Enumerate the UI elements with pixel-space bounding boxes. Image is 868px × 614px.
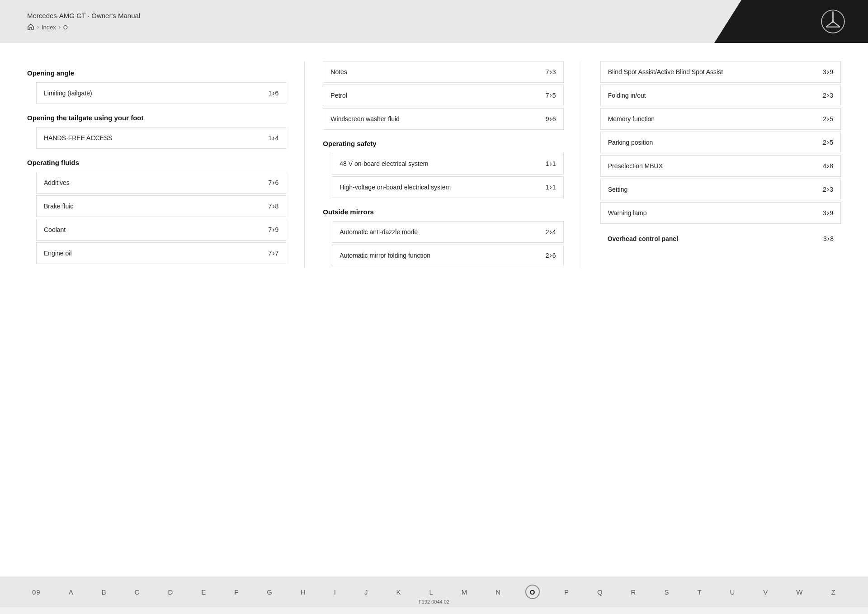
list-item[interactable]: Limiting (tailgate) 16 <box>36 82 286 104</box>
alpha-f[interactable]: F <box>231 586 242 598</box>
list-item[interactable]: 48 V on-board electrical system 11 <box>332 153 563 175</box>
alpha-i[interactable]: I <box>330 586 340 598</box>
breadcrumb-sep1: › <box>37 24 39 30</box>
alphabet-nav: 09 A B C D E F G H I J K L M N O P Q R S… <box>0 585 868 599</box>
list-item[interactable]: Engine oil 77 <box>36 242 286 264</box>
list-item[interactable]: Petrol 75 <box>323 85 563 106</box>
list-item[interactable]: High-voltage on-board electrical system … <box>332 176 563 198</box>
alpha-t[interactable]: T <box>693 586 705 598</box>
breadcrumb-current: O <box>63 24 68 31</box>
list-item[interactable]: Additives 76 <box>36 172 286 194</box>
columns-layout: Opening angle Limiting (tailgate) 16 Ope… <box>27 61 841 268</box>
footer-code: F192 0044 02 <box>419 599 449 605</box>
header-logo-area <box>714 0 868 43</box>
list-item[interactable]: Warning lamp 39 <box>600 202 841 224</box>
alpha-q[interactable]: Q <box>594 586 607 598</box>
column-1: Opening angle Limiting (tailgate) 16 Ope… <box>27 61 286 268</box>
alpha-j[interactable]: J <box>361 586 372 598</box>
list-item[interactable]: Brake fluid 78 <box>36 195 286 217</box>
mercedes-logo <box>821 9 845 34</box>
list-item[interactable]: Folding in/out 23 <box>600 85 841 106</box>
svg-point-1 <box>832 20 835 23</box>
alpha-v[interactable]: V <box>760 586 772 598</box>
alpha-r[interactable]: R <box>627 586 640 598</box>
section-operating-safety: Operating safety <box>323 132 563 153</box>
main-content: Opening angle Limiting (tailgate) 16 Ope… <box>0 43 868 576</box>
column-2: Notes 73 Petrol 75 Windscreen washer flu… <box>304 61 563 268</box>
page-title: Mercedes-AMG GT · Owner's Manual <box>27 12 140 19</box>
alpha-k[interactable]: K <box>392 586 405 598</box>
section-opening-tailgate: Opening the tailgate using your foot <box>27 106 286 127</box>
breadcrumb-sep2: › <box>59 24 61 30</box>
list-item[interactable]: Coolant 79 <box>36 219 286 241</box>
alpha-e[interactable]: E <box>198 586 210 598</box>
alpha-d[interactable]: D <box>164 586 177 598</box>
alpha-l[interactable]: L <box>425 586 437 598</box>
list-item[interactable]: Automatic anti-dazzle mode 24 <box>332 221 563 243</box>
section-opening-angle: Opening angle <box>27 61 286 82</box>
section-outside-mirrors: Outside mirrors <box>323 200 563 221</box>
alpha-c[interactable]: C <box>131 586 144 598</box>
list-item[interactable]: Blind Spot Assist/Active Blind Spot Assi… <box>600 61 841 83</box>
footer: 09 A B C D E F G H I J K L M N O P Q R S… <box>0 576 868 607</box>
breadcrumb: › Index › O <box>27 23 140 32</box>
list-item[interactable]: Setting 23 <box>600 179 841 200</box>
alpha-09[interactable]: 09 <box>28 586 44 598</box>
list-item[interactable]: Notes 73 <box>323 61 563 83</box>
alpha-a[interactable]: A <box>65 586 77 598</box>
alpha-o[interactable]: O <box>525 585 540 599</box>
header: Mercedes-AMG GT · Owner's Manual › Index… <box>0 0 868 43</box>
alpha-u[interactable]: U <box>726 586 739 598</box>
column-3: Blind Spot Assist/Active Blind Spot Assi… <box>582 61 841 268</box>
breadcrumb-index[interactable]: Index <box>42 24 56 31</box>
alpha-p[interactable]: P <box>561 586 573 598</box>
breadcrumb-home[interactable] <box>27 23 34 32</box>
alpha-w[interactable]: W <box>793 586 807 598</box>
alpha-m[interactable]: M <box>458 586 472 598</box>
list-item[interactable]: HANDS-FREE ACCESS 14 <box>36 127 286 149</box>
list-item[interactable]: Automatic mirror folding function 26 <box>332 245 563 266</box>
list-item[interactable]: Windscreen washer fluid 96 <box>323 108 563 130</box>
list-item[interactable]: Overhead control panel 38 <box>600 228 841 249</box>
alpha-b[interactable]: B <box>98 586 110 598</box>
list-item[interactable]: Parking position 25 <box>600 132 841 153</box>
alpha-g[interactable]: G <box>263 586 276 598</box>
alpha-n[interactable]: N <box>492 586 505 598</box>
list-item[interactable]: Preselection MBUX 48 <box>600 155 841 177</box>
alpha-h[interactable]: H <box>297 586 310 598</box>
header-left: Mercedes-AMG GT · Owner's Manual › Index… <box>27 12 140 32</box>
list-item[interactable]: Memory function 25 <box>600 108 841 130</box>
section-operating-fluids: Operating fluids <box>27 151 286 172</box>
alpha-s[interactable]: S <box>660 586 673 598</box>
alpha-z[interactable]: Z <box>827 586 839 598</box>
